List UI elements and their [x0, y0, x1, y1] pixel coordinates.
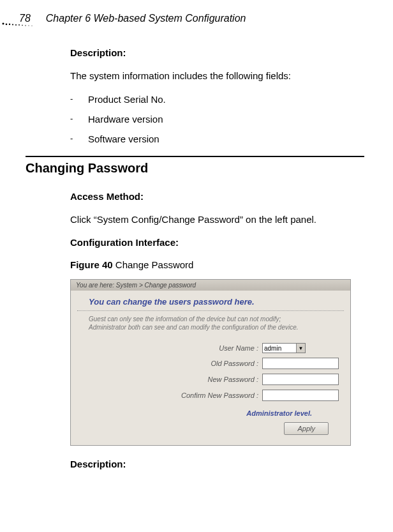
figure-caption: Change Password	[113, 259, 194, 270]
access-method-text: Click “System Config/Change Password” on…	[70, 213, 364, 226]
form-area: User Name : admin ▼ Old Password : New P…	[71, 338, 350, 445]
bullet-text: Software version	[88, 133, 159, 144]
svg-point-1	[6, 24, 8, 26]
chapter-title: Chapter 6 Web-based System Configuration	[46, 13, 246, 24]
section-heading: Changing Password	[26, 156, 364, 176]
svg-point-6	[22, 25, 23, 26]
list-item: - Product Serial No.	[70, 94, 364, 105]
admin-level-text: Administrator level.	[82, 406, 339, 422]
access-method-heading: Access Method:	[70, 191, 364, 202]
bullet-dash: -	[70, 94, 88, 105]
screenshot-subtitle: Guest can only see the information of th…	[71, 311, 350, 338]
page-header-decoration	[0, 21, 35, 27]
svg-point-5	[19, 24, 20, 26]
apply-button[interactable]: Apply	[284, 422, 329, 435]
form-row-confirm-password: Confirm New Password :	[82, 390, 339, 401]
form-row-old-password: Old Password :	[82, 358, 339, 369]
figure-label: Figure 40 Change Password	[70, 259, 364, 270]
bullet-dash: -	[70, 114, 88, 125]
bullet-list: - Product Serial No. - Hardware version …	[70, 94, 364, 144]
svg-point-7	[25, 25, 26, 26]
breadcrumb: You are here: System > Change password	[71, 280, 350, 291]
old-password-input[interactable]	[262, 358, 339, 369]
description-heading-bottom: Description:	[70, 459, 364, 469]
label-old-password: Old Password :	[211, 360, 262, 367]
username-value: admin	[264, 345, 281, 352]
svg-point-9	[32, 26, 33, 26]
figure-number: Figure 40	[70, 259, 113, 270]
username-select[interactable]: admin ▼	[262, 343, 306, 353]
screenshot-change-password: You are here: System > Change password Y…	[70, 279, 351, 446]
svg-point-3	[12, 24, 13, 25]
subtitle-line-1: Guest can only see the information of th…	[89, 315, 281, 323]
bullet-text: Hardware version	[88, 114, 163, 125]
form-row-username: User Name : admin ▼	[82, 343, 339, 353]
description-heading: Description:	[70, 47, 364, 58]
chevron-down-icon: ▼	[296, 344, 305, 353]
label-username: User Name :	[219, 344, 262, 352]
config-interface-heading: Configuration Interface:	[70, 237, 364, 248]
new-password-input[interactable]	[262, 374, 339, 385]
svg-point-8	[28, 25, 29, 26]
screenshot-title: You can change the users password here.	[77, 291, 344, 311]
apply-row: Apply	[82, 422, 339, 435]
bullet-dash: -	[70, 133, 88, 144]
form-row-new-password: New Password :	[82, 374, 339, 385]
intro-text: The system information includes the foll…	[70, 70, 364, 82]
bullet-text: Product Serial No.	[88, 94, 166, 105]
label-confirm-password: Confirm New Password :	[181, 391, 262, 399]
confirm-password-input[interactable]	[262, 390, 339, 401]
list-item: - Software version	[70, 133, 364, 144]
svg-point-0	[3, 23, 4, 25]
subtitle-line-2: Administrator both can see and can modif…	[89, 324, 299, 331]
label-new-password: New Password :	[208, 376, 262, 383]
svg-point-2	[9, 24, 10, 25]
list-item: - Hardware version	[70, 114, 364, 125]
svg-point-4	[15, 24, 17, 26]
page-header: 78 Chapter 6 Web-based System Configurat…	[13, 13, 364, 24]
